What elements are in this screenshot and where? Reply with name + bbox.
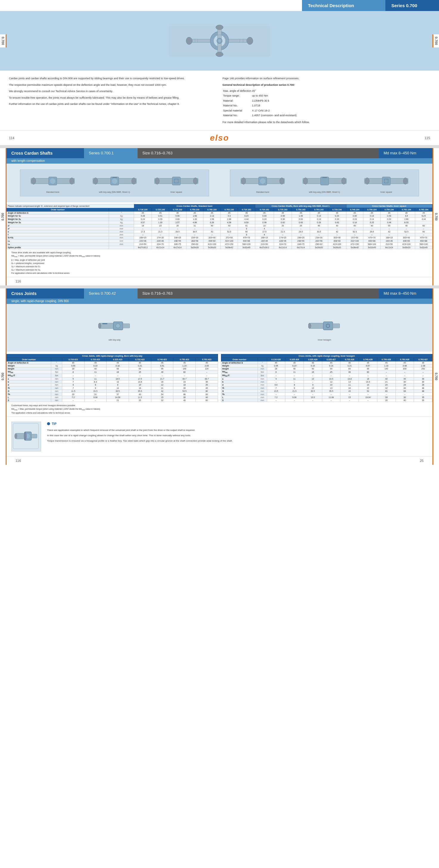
svg-point-10 (216, 52, 223, 57)
table-row: Weightkg 0.050.100.160.210.611.152.08 (7, 364, 218, 367)
table-row: Weight for S₁ kg 0.240.390.681.281.582.8… (7, 218, 433, 221)
svg-point-12 (218, 39, 221, 42)
page-num-right2: 25 (420, 459, 424, 462)
svg-point-32 (193, 178, 198, 184)
table-row: Lmm 7.29.0613.511.081519.04283035 (221, 396, 433, 399)
page-footer: 114 elso 115 (0, 130, 439, 145)
joint-tab-right: 0.700 (433, 288, 439, 465)
svg-rect-57 (323, 321, 333, 330)
table-row: S₀+S₁ mm 168+15174+20198+25234+30303+403… (7, 236, 433, 239)
svg-point-36 (242, 178, 246, 184)
table-row: MdNKNm 81118254680– (7, 370, 218, 374)
joint-diagram-hex (308, 315, 341, 337)
svg-point-47 (403, 178, 408, 184)
col-label-header: Order number (7, 208, 109, 211)
page-num-left: 116 (15, 279, 21, 283)
svg-rect-44 (322, 177, 327, 178)
joint-tab-left: 0.700 (0, 288, 6, 465)
table-row: a² mm ––––––3 4––– –––––– (7, 227, 433, 230)
table-row: MdNKNm 81118254680––– (221, 370, 433, 374)
diagram-label-2: with key-way (DIN 6885, Sheet 1) (92, 191, 137, 193)
table-row: G₁mm 20313743548683 (7, 393, 218, 396)
section-tab-left: 0.700 (0, 148, 6, 285)
svg-point-39 (260, 178, 265, 184)
joint-label-hex: Inner hexagon (308, 339, 341, 341)
table-row: MdNK/2Nm ––––––– (7, 374, 218, 377)
table-row: f mm ––––––3 4––– –––––– (7, 233, 433, 236)
tip-image (11, 422, 41, 452)
table-row: L₁ mm 194+46228+46238+56284+56408+60422+… (7, 239, 433, 243)
cardan-diagrams: Standard bore with key-way (DIN 688 (6, 163, 433, 202)
header-series: Series 0.700 (385, 0, 439, 11)
table-row: a¹ mm 18232531405061 18202545 4045405545… (7, 224, 433, 227)
joint-diagrams: with key-way Inner hexagon (6, 304, 433, 351)
joints-size: Size 0.716–0.763 (137, 288, 379, 299)
side-tab-right: 0.700 (433, 34, 439, 48)
table-row: d₁mm 791416213045 (7, 386, 218, 390)
page-num-left2: 116 (15, 459, 21, 462)
table-row: d₁mm 7913131622324646 (221, 386, 433, 390)
diagram-label-3: Inner square (154, 191, 199, 193)
table-row: Lmm 7.29.0614.0611.5153040 (7, 396, 218, 399)
joint-diagram-keyway (98, 315, 131, 337)
table-row: G₁mm ––––––––– (221, 393, 433, 396)
svg-rect-29 (112, 177, 117, 178)
svg-rect-33 (172, 177, 181, 185)
table-row: Gmm 13.521.530.535.54354808888 (221, 390, 433, 393)
table-row: amm 9111310.514.818304646 (221, 377, 433, 380)
svg-rect-56 (309, 323, 323, 329)
tip-para-1: There are application examples in which … (47, 429, 232, 432)
svg-point-65 (14, 433, 18, 439)
joints-subtitle: single, with rapid-change coupling, DIN … (6, 299, 433, 304)
joints-md: Md max 8–450 Nm (379, 288, 433, 299)
svg-point-20 (32, 178, 36, 184)
description-col1: Cardan joints and cardan shafts accordin… (9, 76, 217, 125)
table-row: Weight for S₀ kg 0.280.510.961.682.134.0… (7, 214, 433, 218)
description-col2: Page 146 provides information on surface… (222, 76, 430, 125)
tip-section: TIP There are application examples in wh… (6, 416, 433, 456)
svg-point-59 (308, 323, 311, 329)
section-tab-right: 0.700 (433, 148, 439, 285)
cardan-header: Cross Cardan Shafts Series 0.700.1 Size … (6, 148, 433, 158)
svg-point-41 (303, 178, 308, 184)
cardan-notes: These drive shafts are also available wi… (6, 249, 433, 277)
table-row: e mm 17.521.526.530.54252.560 17.521.526… (7, 230, 433, 233)
svg-point-55 (116, 323, 120, 328)
svg-rect-64 (32, 434, 37, 438)
table-row: Weightkg 0.050.100.160.160.210.571.152.0… (221, 364, 433, 367)
svg-point-31 (155, 178, 160, 184)
col-header-standard: Cross Cardan Shafts, Standard bore (134, 204, 255, 208)
table-row: Gmm 11.521.530.535.54252.580 (7, 390, 218, 393)
table-row: Angle of deflection ß° 45454545454545 (7, 361, 218, 364)
svg-point-54 (98, 323, 101, 329)
diagram-label-4: Standard bore (240, 191, 285, 193)
elso-logo: elso (210, 133, 229, 143)
joints-footer: 116 25 (6, 456, 433, 465)
svg-point-28 (112, 178, 117, 184)
side-tab-left: 0.700 (0, 34, 6, 48)
table-row: L₂ mm 210+50224+70246+75296+62413+100472… (7, 243, 433, 246)
svg-point-21 (70, 178, 74, 184)
table-row: Heightmm 284050556595140200250 (221, 367, 433, 370)
joints-hex-table: Cross Joints, with rapid-change coupling… (221, 354, 433, 402)
table-row: dmm 46810121825 (7, 383, 218, 386)
page-header: Technical Description Series 0.700 (0, 0, 439, 11)
svg-point-9 (216, 25, 223, 30)
svg-point-23 (50, 178, 55, 184)
page-technical-description: Technical Description Series 0.700 0.700 (0, 0, 439, 145)
col-header-innersquare: Cross Cardan Shafts, Inner square (346, 204, 432, 208)
svg-rect-58 (333, 323, 340, 328)
product-illustration (169, 14, 270, 68)
tip-para-2: In this case the use of a rapid-change c… (47, 434, 232, 437)
page-cross-joints: 0.700 0.700 Cross Joints Series 0.700.42… (0, 288, 439, 465)
table-row: Weight for S₂ kg 0.571.302.574.986.284.9… (7, 221, 433, 224)
page-cross-cardan-shafts: 0.700 0.700 Cross Cardan Shafts Series 0… (0, 148, 439, 285)
svg-rect-48 (382, 177, 390, 185)
page-number-left: 114 (9, 136, 14, 140)
tip-text-content: TIP There are application examples in wh… (47, 422, 232, 452)
shaft-diagram-2 (92, 173, 137, 189)
svg-rect-53 (102, 323, 107, 324)
joints-keyway-table: Cross Joints, with rapid-change coupling… (6, 354, 218, 402)
table-row: Angle of deflection ß° 45454545454545454… (221, 361, 433, 364)
table-row: dmm 5.589101114202828 (221, 383, 433, 386)
